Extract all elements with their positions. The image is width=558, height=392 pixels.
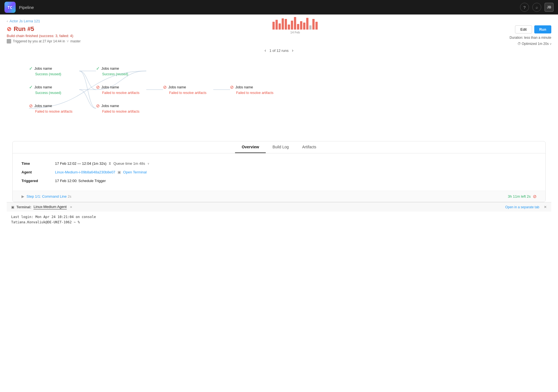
- job-name-7[interactable]: Jobs name: [34, 104, 52, 108]
- open-terminal-link[interactable]: Open Terminal: [123, 170, 147, 174]
- job-node-header-1: ✓ Jobs name: [29, 66, 79, 71]
- main-content: ‹ Actor Js Lerna 121 ⊘ Run #5 Build chai…: [0, 14, 558, 392]
- run-button[interactable]: Run: [534, 25, 551, 33]
- triggered-row: Triggered 17 Feb 12:00: Schedule Trigger: [21, 176, 537, 185]
- job-node-header-3: ✓ Jobs name: [29, 84, 79, 90]
- agent-link[interactable]: Linux-Medium-i-09b8a648a230b8e07: [55, 170, 115, 174]
- time-value: 17 Feb 12:02 — 12:04 (1m 32s) ⧗ Queue ti…: [55, 161, 149, 166]
- job-status-1: Success (reused): [35, 72, 79, 76]
- run-meta: Triggered by you at 27 Apr 14:44 in ⑂ ma…: [7, 39, 81, 43]
- job-error-icon-8: ⊘: [96, 103, 100, 108]
- hourglass-icon: ⧗: [109, 161, 111, 166]
- chart-bar-1[interactable]: [276, 20, 278, 30]
- chart-bar-13[interactable]: [312, 19, 315, 30]
- job-success-icon-3: ✓: [29, 84, 33, 90]
- terminal-icon: ▣: [118, 170, 121, 174]
- chart-bar-4[interactable]: [285, 19, 287, 30]
- run-error-icon: ⊘: [7, 26, 11, 32]
- search-icon[interactable]: ⌕: [532, 3, 541, 12]
- open-separate-link[interactable]: Open in a separate tab: [505, 205, 539, 209]
- empty-cell-3: [163, 103, 213, 113]
- queue-dropdown-icon[interactable]: ∨: [147, 162, 149, 165]
- prev-run-button[interactable]: ‹: [265, 48, 266, 53]
- job-error-icon-5: ⊘: [163, 84, 167, 90]
- job-node-6: ⊘ Jobs name Failed to resolve artifacts: [230, 84, 280, 95]
- chart-bar-3[interactable]: [282, 18, 284, 30]
- run-branch: master: [70, 39, 81, 43]
- terminal-bar: ▣ Terminal: Linux-Medium Agent × Open in…: [7, 202, 551, 212]
- breadcrumb-link[interactable]: Actor Js Lerna 121: [9, 19, 40, 23]
- job-error-icon-4: ⊘: [96, 84, 100, 90]
- breadcrumb-arrow: ‹: [7, 19, 8, 23]
- step-expand-icon: ▶: [21, 194, 24, 199]
- run-triggered-icon: [7, 39, 11, 43]
- chart-bar-9[interactable]: [300, 21, 302, 30]
- run-subtitle: Build chain finished (success: 3, failed…: [7, 34, 81, 38]
- help-icon[interactable]: ?: [520, 3, 529, 12]
- run-triggered-text: Triggered by you at 27 Apr 14:44 in: [13, 39, 65, 43]
- job-name-2[interactable]: Jobs name: [101, 66, 119, 71]
- edit-button[interactable]: Edit: [515, 25, 532, 33]
- terminal-dismiss-icon[interactable]: ✕: [544, 205, 547, 209]
- terminal-last-login: Last login: Mon Apr 24 10:21:04 on conso…: [11, 214, 547, 220]
- time-value-text: 17 Feb 12:02 — 12:04 (1m 32s): [55, 161, 106, 166]
- chart-bar-2[interactable]: [279, 23, 281, 30]
- step-name[interactable]: Step 1/1: Command Line: [27, 194, 67, 199]
- tab-artifacts[interactable]: Artifacts: [296, 141, 323, 153]
- chart-bar-7[interactable]: [294, 17, 296, 30]
- job-name-1[interactable]: Jobs name: [34, 66, 52, 71]
- job-node-8: ⊘ Jobs name Failed to resolve artifacts: [96, 103, 146, 113]
- chart-bar-5[interactable]: [288, 25, 290, 30]
- pagination-text: 1 of 12 runs: [269, 49, 289, 53]
- svg-text:TC: TC: [8, 5, 12, 10]
- job-name-3[interactable]: Jobs name: [34, 85, 52, 89]
- chart-bar-8[interactable]: [297, 24, 299, 30]
- step-duration: 2s: [68, 195, 71, 199]
- terminal-content: Last login: Mon Apr 24 10:21:04 on conso…: [7, 212, 551, 228]
- job-name-6[interactable]: Jobs name: [235, 85, 253, 89]
- pagination: ‹ 1 of 12 runs ›: [7, 48, 551, 53]
- tab-overview[interactable]: Overview: [235, 141, 266, 153]
- chart-bar-12[interactable]: [309, 25, 312, 30]
- job-status-2: Success (reused): [102, 72, 146, 76]
- chart-bar-0[interactable]: [272, 22, 275, 30]
- app-logo: TC: [4, 2, 16, 13]
- tab-build-log[interactable]: Build Log: [266, 141, 295, 153]
- run-title: ⊘ Run #5: [7, 25, 81, 33]
- pipeline-diagram: ✓ Jobs name Success (reused) ✓ Jobs name…: [7, 57, 551, 141]
- app-title: Pipeline: [19, 5, 34, 10]
- run-controls: Edit Run Duration: less than a minute ⏱ …: [510, 25, 551, 46]
- terminal-label: Terminal:: [16, 205, 31, 209]
- duration-info: Duration: less than a minute: [510, 36, 551, 40]
- job-status-4: Failed to resolve artifacts: [102, 91, 146, 95]
- terminal-close-icon[interactable]: ×: [70, 205, 72, 209]
- job-node-header-4: ⊘ Jobs name: [96, 84, 146, 90]
- job-node-header-8: ⊘ Jobs name: [96, 103, 146, 108]
- job-status-8: Failed to resolve artifacts: [102, 110, 146, 113]
- chart-bar-6[interactable]: [291, 21, 293, 30]
- job-status-5: Failed to resolve artifacts: [169, 91, 213, 95]
- next-run-button[interactable]: ›: [292, 48, 293, 53]
- empty-cell-2: [230, 66, 280, 76]
- tab-bar: Overview Build Log Artifacts: [13, 141, 545, 153]
- bar-chart: [272, 14, 318, 30]
- terminal-agent[interactable]: Linux-Medium Agent: [33, 205, 67, 209]
- step-row: ▶ Step 1/1: Command Line 2s 3h 11m left …: [13, 191, 545, 202]
- terminal-prompt: Tatiana.Konvaliuk@DE-UNIT-1062 ~ %: [11, 220, 547, 225]
- chart-bar-14[interactable]: [315, 22, 318, 30]
- pipeline-nodes-grid: ✓ Jobs name Success (reused) ✓ Jobs name…: [18, 63, 540, 116]
- triggered-label: Triggered: [21, 179, 55, 183]
- job-node-5: ⊘ Jobs name Failed to resolve artifacts: [163, 84, 213, 95]
- job-name-8[interactable]: Jobs name: [101, 104, 119, 108]
- job-name-4[interactable]: Jobs name: [101, 85, 119, 89]
- chart-bar-11[interactable]: [306, 18, 308, 30]
- job-name-5[interactable]: Jobs name: [168, 85, 186, 89]
- chart-bar-10[interactable]: [303, 23, 305, 30]
- chart-area: 14 Feb: [272, 14, 318, 34]
- chevron-down-icon[interactable]: ∨: [550, 42, 551, 46]
- run-header: ⊘ Run #5 Build chain finished (success: …: [7, 25, 551, 46]
- detail-panel: Overview Build Log Artifacts Time 17 Feb…: [12, 141, 546, 202]
- user-avatar[interactable]: JB: [545, 3, 554, 12]
- empty-cell-1: [163, 66, 213, 76]
- run-title-area: ⊘ Run #5 Build chain finished (success: …: [7, 25, 81, 43]
